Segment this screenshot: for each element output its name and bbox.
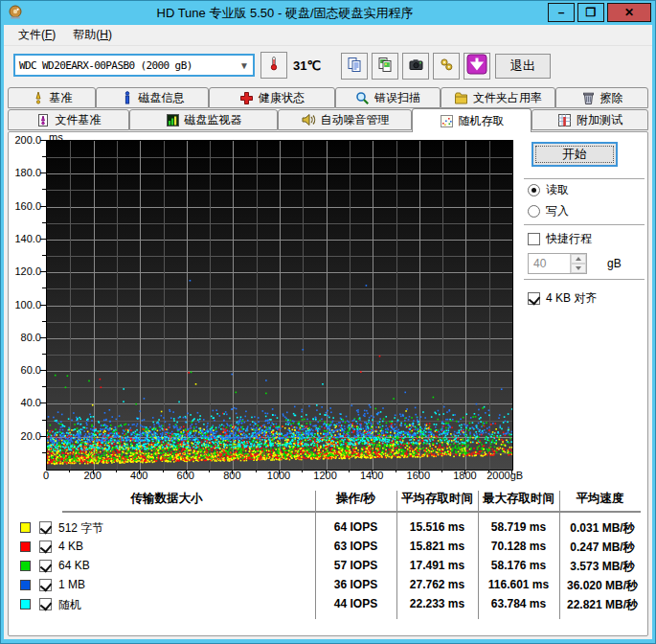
align-row[interactable]: 4 KB 对齐	[528, 290, 597, 307]
series-label: 1 MB	[58, 578, 85, 591]
options-button[interactable]	[433, 53, 460, 80]
series-checkbox[interactable]	[39, 598, 52, 610]
y-axis-tick	[42, 321, 46, 322]
tab-label: 磁盘信息	[139, 90, 185, 106]
stepper-down-button[interactable]	[571, 264, 586, 273]
start-button[interactable]: 开始	[532, 142, 618, 167]
y-axis-tick-label: 100.0	[9, 299, 41, 310]
write-radio-label: 写入	[546, 203, 569, 219]
tab-extra-tests[interactable]: 附加测试	[532, 109, 648, 130]
y-axis-tick	[40, 337, 46, 338]
y-axis-tick-label: 60.0	[9, 364, 41, 376]
tab-file-benchmark[interactable]: 文件基准	[8, 109, 129, 130]
save-results-button[interactable]	[464, 53, 490, 80]
series-checkbox[interactable]	[39, 540, 52, 553]
short-stroke-checkbox[interactable]	[528, 233, 540, 245]
arrow-up-icon	[576, 257, 581, 261]
align-checkbox[interactable]	[528, 292, 540, 305]
menu-item-text: )	[52, 28, 56, 41]
copy-text-button[interactable]	[341, 53, 368, 80]
screenshot-button[interactable]	[402, 53, 429, 80]
short-stroke-row[interactable]: 快捷行程	[528, 231, 592, 247]
write-radio-row[interactable]: 写入	[528, 203, 569, 219]
x-axis-tick	[116, 470, 117, 472]
x-axis-tick	[186, 470, 187, 474]
result-avg: 17.491 ms	[396, 559, 478, 572]
x-axis-tick	[372, 470, 373, 474]
stepper-up-button[interactable]	[571, 254, 586, 264]
x-axis-tick	[232, 470, 233, 474]
write-radio[interactable]	[528, 205, 540, 218]
random-access-chart	[46, 140, 513, 471]
copy-image-button[interactable]	[372, 53, 398, 80]
tab-label: 错误扫描	[374, 90, 420, 106]
copy-text-icon	[347, 57, 363, 77]
menu-item-h[interactable]: 帮助(H)	[64, 24, 121, 46]
tab-label: 擦除	[600, 90, 623, 106]
y-axis-tick	[40, 172, 46, 173]
thermometer-icon	[266, 56, 282, 75]
y-axis-tick	[42, 288, 46, 288]
menu-item-f[interactable]: 文件(F)	[10, 24, 64, 46]
short-stroke-stepper[interactable]: 40	[528, 253, 587, 274]
series-label: 4 KB	[58, 540, 83, 553]
y-axis-tick	[42, 386, 46, 387]
results-column-header: 平均存取时间	[396, 491, 478, 507]
tab-erase[interactable]: 擦除	[555, 87, 648, 108]
x-axis-tick	[256, 470, 257, 472]
x-axis-tick	[163, 470, 164, 472]
result-speed: 22.821 MB/秒	[559, 597, 645, 613]
x-axis-tick	[93, 470, 94, 474]
title-bar[interactable]: HD Tune 专业版 5.50 - 硬盘/固态硬盘实用程序 – ❐ ✕	[1, 1, 655, 25]
x-axis-tick	[326, 470, 327, 474]
read-radio-row[interactable]: 读取	[528, 182, 569, 198]
result-speed: 0.031 MB/秒	[559, 520, 645, 537]
y-axis-tick	[42, 156, 46, 157]
short-stroke-label: 快捷行程	[546, 231, 592, 247]
minimize-button[interactable]: –	[548, 3, 575, 22]
exit-button[interactable]: 退出	[495, 54, 551, 79]
series-checkbox[interactable]	[39, 521, 52, 534]
result-speed: 0.247 MB/秒	[559, 540, 645, 556]
x-axis-tick	[279, 470, 280, 474]
x-axis-tick	[349, 470, 350, 472]
chevron-down-icon[interactable]: ▼	[236, 60, 253, 71]
tab-aam[interactable]: 自动噪音管理	[278, 109, 412, 130]
app-icon	[8, 5, 23, 20]
maximize-button[interactable]: ❐	[577, 3, 604, 22]
file-benchmark-icon	[36, 113, 51, 127]
tab-label: 附加测试	[577, 112, 622, 128]
x-axis-tick	[464, 470, 465, 474]
tab-scan[interactable]: 错误扫描	[335, 87, 441, 108]
info-icon	[121, 91, 134, 104]
temperature-button[interactable]	[260, 52, 287, 79]
y-axis-tick	[40, 140, 46, 141]
result-max: 63.784 ms	[478, 597, 559, 610]
series-color-swatch	[20, 580, 31, 590]
gears-icon	[439, 57, 455, 77]
tab-health[interactable]: 健康状态	[209, 87, 335, 108]
tab-label: 基准	[50, 90, 73, 106]
drive-selector[interactable]: WDC WD20EARX-00PASB0 (2000 gB) ▼	[13, 54, 255, 77]
tab-random-access[interactable]: 随机存取	[412, 108, 532, 132]
tab-info[interactable]: 磁盘信息	[96, 87, 209, 108]
y-axis-tick-label: 200.0	[9, 134, 41, 146]
close-button[interactable]: ✕	[607, 3, 651, 22]
y-axis-tick	[40, 206, 46, 207]
read-radio[interactable]	[528, 184, 540, 196]
tab-folder[interactable]: 文件夹占用率	[441, 87, 555, 108]
result-max: 58.176 ms	[478, 559, 559, 572]
short-stroke-unit: gB	[607, 257, 622, 270]
result-avg: 22.233 ms	[396, 597, 478, 610]
scan-icon	[355, 91, 370, 105]
series-checkbox[interactable]	[39, 560, 52, 572]
results-column-header: 最大存取时间	[478, 491, 559, 507]
result-max: 116.601 ms	[478, 578, 559, 591]
tab-label: 磁盘监视器	[185, 112, 242, 128]
result-speed: 3.573 MB/秒	[559, 559, 645, 575]
erase-icon	[581, 91, 596, 105]
tab-monitor[interactable]: 磁盘监视器	[129, 109, 278, 130]
tab-benchmark[interactable]: 基准	[8, 87, 96, 108]
header-underline	[62, 511, 641, 513]
series-checkbox[interactable]	[39, 579, 52, 591]
